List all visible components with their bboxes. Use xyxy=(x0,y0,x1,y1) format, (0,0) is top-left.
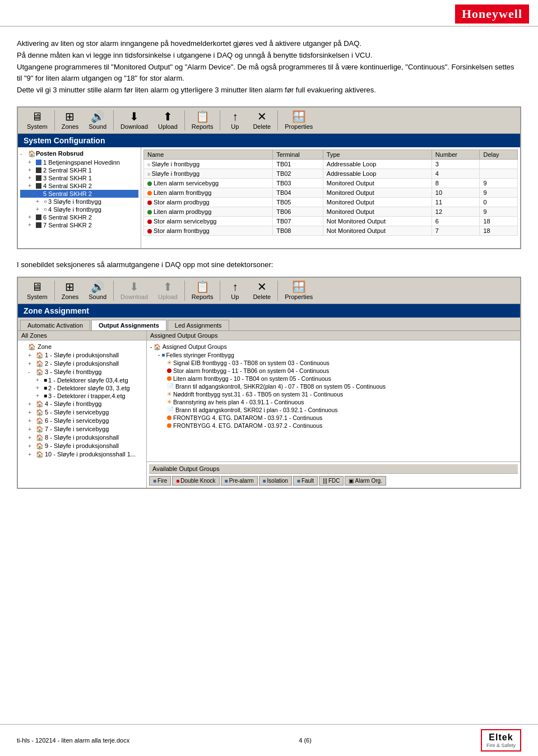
tab-automatic[interactable]: Automatic Activation xyxy=(20,320,90,330)
properties-icon: 🪟 xyxy=(292,111,306,122)
tree-label-2: 2 Sentral SKHR 1 xyxy=(43,167,92,174)
zone-item-4[interactable]: + 🏠 4 - Sløyfe i frontbygg xyxy=(20,400,144,408)
zone-item-8[interactable]: + 🏠 8 - Sløyfe i produksjonshall xyxy=(20,433,144,442)
expand-3[interactable]: + xyxy=(28,175,36,181)
avail-fdc-btn[interactable]: |||FDC xyxy=(319,476,344,486)
expand-5b[interactable]: + xyxy=(36,206,44,212)
zone-item-2[interactable]: + 🏠 2 - Sløyfe i produksjonshall xyxy=(20,360,144,368)
download-icon: ⬇ xyxy=(129,111,139,122)
avail-isolation-btn[interactable]: ■Isolation xyxy=(259,476,292,486)
page-number: 4 (6) xyxy=(299,737,312,744)
zi9-label: 9 - Sløyfe i produksjonshall xyxy=(45,442,119,449)
zone-item-10[interactable]: + 🏠 10 - Sløyfe i produksjonsshall 1... xyxy=(20,450,144,459)
toolbar2-upload-label: Upload xyxy=(158,293,178,300)
expand-4[interactable]: + xyxy=(28,183,36,189)
zi7-label: 7 - Sløyfe i servicebygg xyxy=(45,426,109,432)
zone-item-9[interactable]: + 🏠 9 - Sløyfe i produksjonshall xyxy=(20,442,144,450)
expand-5a[interactable]: + xyxy=(36,198,44,204)
toolbar-upload[interactable]: ⬆ Upload xyxy=(154,110,182,131)
tree-root-expand[interactable]: - xyxy=(20,151,28,157)
tree-item-5-selected[interactable]: - 5 Sentral SKHR 2 xyxy=(20,190,138,198)
tree-item-2[interactable]: + 2 Sentral SKHR 1 xyxy=(20,166,138,174)
row5-terminal: TB05 xyxy=(273,197,323,207)
tree-item-1[interactable]: + 1 Betjeningspanel Hovedinn xyxy=(20,158,138,166)
assigned-item-2: Stor alarm frontbygg - 11 - TB06 on syst… xyxy=(149,367,518,375)
toolbar-properties[interactable]: 🪟 Properties xyxy=(280,110,317,131)
avail-alarmorg-btn[interactable]: ▣Alarm Org. xyxy=(345,476,386,486)
toolbar2-download-label: Download xyxy=(120,293,148,300)
toolbar2-properties-label: Properties xyxy=(285,293,313,300)
sq-icon-1 xyxy=(36,160,41,165)
toolbar-up-label: Up xyxy=(231,123,239,130)
expand-2[interactable]: + xyxy=(28,167,36,173)
tree-item-6[interactable]: + 6 Sentral SKHR 2 xyxy=(20,213,138,221)
sep1 xyxy=(54,110,55,130)
tree-item-5a[interactable]: + ○ 3 Sløyfe i frontbygg xyxy=(20,198,138,206)
zone-item-6[interactable]: + 🏠 6 - Sløyfe i servicebygg xyxy=(20,417,144,425)
tree-label-5b: 4 Sløyfe i frontbygg xyxy=(48,206,101,213)
row7-name: Stor alarm servicebygg xyxy=(144,216,273,226)
zone-item-7[interactable]: + 🏠 7 - Sløyfe i servicebygg xyxy=(20,425,144,433)
tab-led[interactable]: Led Assignments xyxy=(168,320,229,330)
tab-output[interactable]: Output Assignments xyxy=(91,320,166,330)
zone-item-3c[interactable]: + ■ 3 - Detektorer i trapper,4.etg xyxy=(20,392,144,400)
toolbar-up[interactable]: ↑ Up xyxy=(222,110,247,131)
dk-icon: ■ xyxy=(176,478,179,484)
toolbar-sound[interactable]: 🔊 Sound xyxy=(84,110,111,131)
toolbar-delete[interactable]: ✕ Delete xyxy=(248,110,275,131)
zones-icon: ⊞ xyxy=(65,111,75,122)
toolbar-delete-label: Delete xyxy=(253,123,271,130)
toolbar2-delete[interactable]: ✕ Delete xyxy=(248,280,275,301)
expand-7[interactable]: + xyxy=(28,222,36,228)
sep3 xyxy=(184,110,185,130)
toolbar2-download[interactable]: ⬇ Download xyxy=(116,280,152,301)
zone-item-1[interactable]: + 🏠 1 - Sløyfe i produksjonshall xyxy=(20,351,144,360)
pa-icon: ■ xyxy=(225,478,228,484)
toolbar-download[interactable]: ⬇ Download xyxy=(116,110,152,131)
toolbar-download-label: Download xyxy=(120,123,148,130)
toolbar-reports[interactable]: 📋 Reports xyxy=(187,110,218,131)
sep2-4 xyxy=(220,281,220,301)
zone-left-content: 🏠 Zone + 🏠 1 - Sløyfe i produksjonshall … xyxy=(18,340,146,488)
row4-number: 10 xyxy=(432,188,480,197)
toolbar2-reports[interactable]: 📋 Reports xyxy=(187,280,218,301)
avail-doubleknock-btn[interactable]: ■Double Knock xyxy=(172,476,219,486)
zone-item-5[interactable]: + 🏠 5 - Sløyfe i servicebygg xyxy=(20,408,144,417)
expand-5[interactable]: - xyxy=(28,190,36,197)
sep2-5 xyxy=(277,281,278,301)
toolbar-system[interactable]: 🖥 System xyxy=(22,110,52,131)
zi9-icon: 🏠 xyxy=(36,442,44,450)
zone-item-3b[interactable]: + ■ 2 - Detektorer sløyfe 03, 3.etg xyxy=(20,384,144,392)
toolbar2-properties[interactable]: 🪟 Properties xyxy=(280,280,317,301)
toolbar-zones[interactable]: ⊞ Zones xyxy=(57,110,84,131)
zi10-label: 10 - Sløyfe i produksjonsshall 1... xyxy=(45,451,136,458)
avail-prealarm-btn[interactable]: ■Pre-alarm xyxy=(221,476,258,486)
row3-number: 8 xyxy=(432,178,480,188)
tree-label-1: 1 Betjeningspanel Hovedinn xyxy=(43,159,120,166)
expand-1[interactable]: + xyxy=(28,159,36,165)
zone-item-3a[interactable]: + ■ 1 - Detektorer sløyfe 03,4.etg xyxy=(20,376,144,384)
tree-item-7[interactable]: + 7 Sentral SHKR 2 xyxy=(20,221,138,229)
toolbar2-up[interactable]: ↑ Up xyxy=(222,280,247,301)
sq-icon-3 xyxy=(36,175,41,181)
toolbar2-zones[interactable]: ⊞ Zones xyxy=(57,280,84,301)
tree-item-5b[interactable]: + ○ 4 Sløyfe i frontbygg xyxy=(20,206,138,213)
system-icon: 🖥 xyxy=(31,111,43,122)
tree-item-3[interactable]: + 3 Sentral SKHR 1 xyxy=(20,174,138,182)
zone-item-3[interactable]: - 🏠 3 - Sløyfe i frontbygg xyxy=(20,368,144,376)
tree-item-4[interactable]: + 4 Sentral SKHR 2 xyxy=(20,182,138,190)
header: Honeywell xyxy=(0,0,538,27)
row6-number: 12 xyxy=(432,207,480,216)
toolbar2-system[interactable]: 🖥 System xyxy=(22,280,52,301)
toolbar2-sound[interactable]: 🔊 Sound xyxy=(84,280,111,301)
fdc-icon: ||| xyxy=(323,478,327,484)
zi6-label: 6 - Sløyfe i servicebygg xyxy=(45,417,109,424)
toolbar2-upload[interactable]: ⬆ Upload xyxy=(154,280,182,301)
tree-root-label: Posten Robsrud xyxy=(36,150,84,157)
expand-6[interactable]: + xyxy=(28,214,36,220)
loop-icon-5a: ○ xyxy=(44,198,47,204)
avail-fault-btn[interactable]: ■Fault xyxy=(293,476,318,486)
eltek-subtitle: Fire & Safety xyxy=(486,743,516,748)
avail-fire-btn[interactable]: ■Fire xyxy=(149,476,171,486)
zone-available: Available Output Groups ■Fire ■Double Kn… xyxy=(147,462,520,488)
